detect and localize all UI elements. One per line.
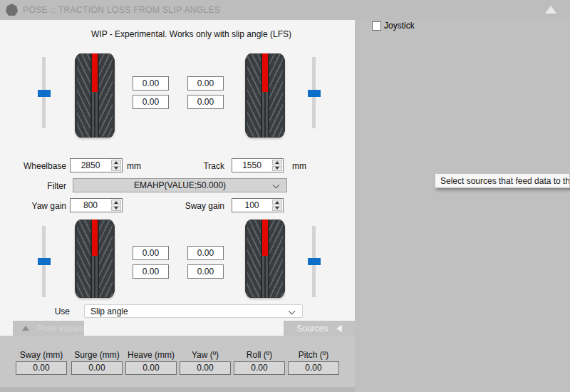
slip-indicator-front-right — [262, 53, 268, 92]
chevron-down-icon — [289, 308, 296, 315]
filter-selected-value: EMAHP(VALUE;50.000) — [134, 180, 226, 190]
rear-readout-1: 0.00 — [133, 246, 169, 260]
arrow-down-icon — [114, 207, 118, 210]
use-dropdown[interactable]: Slip angle — [84, 304, 303, 318]
spin-up-button[interactable] — [272, 160, 282, 165]
rear-readout-4: 0.00 — [187, 264, 224, 279]
arrow-down-icon — [114, 167, 118, 170]
yaw-gain-value[interactable]: 800 — [71, 199, 110, 212]
spin-up-button[interactable] — [272, 200, 282, 205]
chevron-down-icon — [273, 182, 280, 189]
tab-sources-label: Sources — [296, 324, 328, 334]
spin-up-button[interactable] — [111, 160, 121, 165]
front-readout-3: 0.00 — [133, 95, 169, 109]
pose-label-yaw: Yaw (º) — [180, 350, 231, 360]
wheelbase-input[interactable]: 2850 — [70, 158, 123, 172]
track-spin-buttons[interactable] — [271, 159, 283, 172]
front-readout-2: 0.00 — [187, 76, 224, 91]
pose-value-heave: 0.00 — [125, 361, 177, 375]
rear-left-slider-thumb[interactable] — [38, 258, 51, 265]
pose-label-roll: Roll (º) — [234, 350, 285, 360]
panel-bottom-edge — [0, 387, 355, 392]
arrow-up-icon — [114, 161, 118, 164]
tire-rear-left — [75, 220, 115, 298]
arrow-up-icon — [114, 201, 118, 204]
joystick-checkbox[interactable] — [372, 21, 381, 31]
tire-front-right — [245, 53, 285, 138]
track-label: Track — [182, 161, 224, 171]
tire-rear-right — [245, 220, 285, 298]
sway-gain-value[interactable]: 100 — [232, 199, 271, 212]
rear-right-slider-thumb[interactable] — [308, 258, 321, 265]
tab-pose-values[interactable]: Pose values — [13, 321, 84, 336]
arrow-up-icon — [275, 161, 279, 164]
rear-readout-2: 0.00 — [187, 246, 224, 260]
track-value[interactable]: 1550 — [232, 159, 271, 172]
pose-label-heave: Heave (mm) — [125, 350, 177, 360]
pose-value-surge: 0.00 — [71, 361, 123, 375]
sway-gain-input[interactable]: 100 — [232, 198, 284, 212]
pose-value-pitch: 0.00 — [288, 361, 339, 375]
spin-down-button[interactable] — [272, 166, 282, 172]
expand-up-icon — [22, 326, 29, 331]
pose-value-sway: 0.00 — [16, 361, 67, 375]
use-selected-value: Slip angle — [90, 306, 128, 316]
front-left-slider-thumb[interactable] — [38, 90, 51, 97]
window-title: POSE :: TRACTION LOSS FROM SLIP ANGLES — [23, 0, 221, 20]
sway-gain-label: Sway gain — [182, 201, 224, 211]
slip-indicator-rear-right — [262, 220, 268, 256]
front-right-slider-thumb[interactable] — [308, 90, 321, 97]
collapse-icon[interactable] — [545, 6, 556, 14]
sources-tooltip: Select sources that feed data to th — [435, 173, 570, 188]
front-readout-4: 0.00 — [187, 95, 224, 109]
arrow-down-icon — [275, 207, 279, 210]
module-hexagon-icon — [6, 4, 18, 16]
track-unit: mm — [292, 161, 306, 171]
yaw-gain-input[interactable]: 800 — [70, 198, 123, 212]
wheelbase-value[interactable]: 2850 — [71, 159, 110, 172]
expand-left-icon — [336, 325, 342, 332]
pose-value-roll: 0.00 — [234, 361, 285, 375]
pose-value-yaw: 0.00 — [180, 361, 231, 375]
joystick-label[interactable]: Joystick — [384, 21, 415, 31]
sway-gain-spin-buttons[interactable] — [271, 199, 283, 212]
slip-indicator-rear-left — [92, 220, 98, 256]
pose-label-sway: Sway (mm) — [16, 350, 67, 360]
track-input[interactable]: 1550 — [232, 158, 284, 172]
wheelbase-spin-buttons[interactable] — [110, 159, 122, 172]
spin-up-button[interactable] — [111, 200, 121, 205]
spin-down-button[interactable] — [111, 206, 121, 212]
filter-label: Filter — [9, 181, 66, 191]
arrow-down-icon — [275, 167, 279, 170]
slip-indicator-front-left — [92, 53, 98, 92]
tab-pose-values-label: Pose values — [37, 324, 83, 334]
pose-label-surge: Surge (mm) — [71, 350, 123, 360]
wip-note: WIP - Experimental. Works only with slip… — [91, 29, 291, 39]
tire-front-left — [75, 53, 115, 138]
filter-dropdown[interactable]: EMAHP(VALUE;50.000) — [73, 178, 287, 192]
titlebar: POSE :: TRACTION LOSS FROM SLIP ANGLES — [0, 0, 570, 20]
wheelbase-unit: mm — [127, 161, 141, 171]
front-readout-1: 0.00 — [133, 76, 169, 91]
wheelbase-label: Wheelbase — [9, 161, 66, 171]
yaw-gain-label: Yaw gain — [9, 201, 66, 211]
use-label: Use — [41, 306, 70, 316]
spin-down-button[interactable] — [111, 166, 121, 172]
rear-readout-3: 0.00 — [133, 264, 169, 279]
yaw-gain-spin-buttons[interactable] — [110, 199, 122, 212]
tab-sources[interactable]: Sources — [284, 321, 355, 336]
spin-down-button[interactable] — [272, 206, 282, 212]
arrow-up-icon — [275, 201, 279, 204]
pose-label-pitch: Pitch (º) — [288, 350, 339, 360]
